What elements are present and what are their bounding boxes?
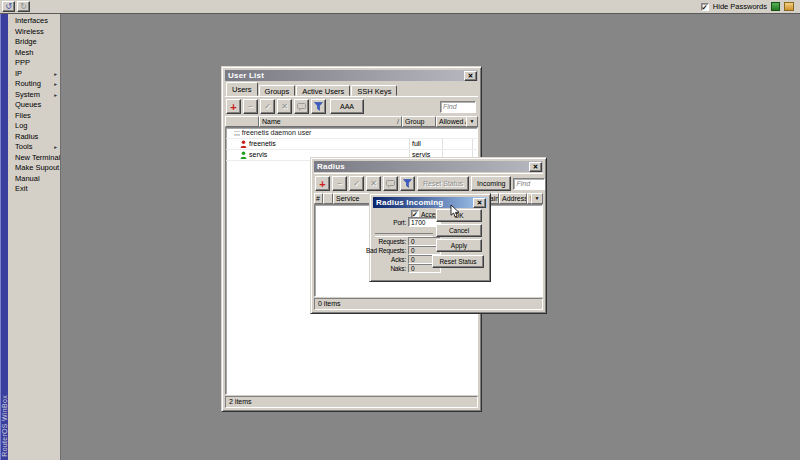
tab-users[interactable]: Users [226,82,258,96]
sidebar-item-label: IP [15,69,22,78]
sidebar-item-interfaces[interactable]: Interfaces [8,16,60,27]
green-square-icon[interactable] [771,2,780,11]
reset-status-toolbar-button[interactable]: Reset Status [417,176,469,191]
ok-button[interactable]: OK [436,209,482,222]
sidebar-item-exit[interactable]: Exit [8,184,60,195]
user-name: servis [249,150,267,160]
sidebar-item-routing[interactable]: ▸Routing [8,79,60,90]
accent-strip: RouterOS WinBox [0,13,8,460]
redo-button[interactable]: ↻ [17,1,30,12]
find-input[interactable] [440,101,476,113]
remove-button[interactable]: − [243,99,258,114]
column-header-number[interactable]: # [314,193,323,204]
sort-ascending-icon: / [397,117,399,126]
column-header-address[interactable]: Address [499,193,527,204]
user-list-titlebar[interactable]: User List ✕ [225,70,478,81]
enable-button[interactable]: ✓ [260,99,275,114]
sidebar-item-new-terminal[interactable]: New Terminal [8,153,60,164]
sidebar-item-bridge[interactable]: Bridge [8,37,60,48]
sidebar-item-label: Radius [15,132,38,141]
undo-button[interactable]: ↺ [2,1,15,12]
comment-button[interactable] [383,176,398,191]
submenu-arrow-icon: ▸ [54,69,57,80]
radius-titlebar[interactable]: Radius ✕ [314,161,543,172]
submenu-arrow-icon: ▸ [54,79,57,90]
filter-button[interactable] [311,99,326,114]
sidebar-item-label: Bridge [15,37,37,46]
close-button[interactable]: ✕ [464,71,477,81]
column-header-group[interactable]: Group [402,116,436,127]
sidebar-item-label: Queues [15,100,41,109]
user-icon [240,151,247,159]
user-list-toolbar: + − ✓ ✕ AAA [225,96,478,116]
column-select-dropdown[interactable]: ▼ [531,193,543,204]
sidebar-item-label: Mesh [15,48,33,57]
close-button[interactable]: ✕ [529,162,542,172]
column-header-gutter[interactable] [323,193,333,204]
comment-icon [297,103,306,111]
reset-status-button[interactable]: Reset Status [432,255,484,268]
radius-status: 0 items [314,298,543,310]
close-button[interactable]: ✕ [473,198,486,208]
column-header-gutter[interactable] [225,116,259,127]
tab-active-users[interactable]: Active Users [296,85,350,96]
sidebar-item-label: PPP [15,58,30,67]
table-row-comment[interactable]: ;;; freenetis daemon user [226,128,477,139]
orange-square-icon[interactable] [784,2,794,11]
tab-groups[interactable]: Groups [259,85,296,96]
radius-toolbar: + − ✓ ✕ Reset Status Incoming [314,173,543,193]
find-input[interactable] [513,178,545,190]
sidebar-item-system[interactable]: ▸System [8,90,60,101]
sidebar-item-manual[interactable]: Manual [8,174,60,185]
window-title: Radius Incoming [376,198,443,207]
radius-incoming-dialog: Radius Incoming ✕ ✓ Accept Port: Request… [369,193,491,282]
add-button[interactable]: + [315,176,330,191]
aaa-button[interactable]: AAA [330,99,364,114]
add-button[interactable]: + [226,99,241,114]
sidebar-item-ppp[interactable]: PPP [8,58,60,69]
disable-button[interactable]: ✕ [366,176,381,191]
apply-button[interactable]: Apply [436,239,482,252]
requests-label: Requests: [379,237,406,246]
user-allowed-address [443,139,473,149]
sidebar-item-make-supout-rif[interactable]: Make Supout.rif [8,163,60,174]
incoming-button[interactable]: Incoming [471,176,511,191]
sidebar-item-mesh[interactable]: Mesh [8,48,60,59]
submenu-arrow-icon: ▸ [54,142,57,153]
enable-button[interactable]: ✓ [349,176,364,191]
tab-ssh-keys[interactable]: SSH Keys [351,85,397,96]
remove-button[interactable]: − [332,176,347,191]
sidebar-item-label: Manual [15,174,40,183]
sidebar-item-radius[interactable]: Radius [8,132,60,143]
disable-button[interactable]: ✕ [277,99,292,114]
sidebar-item-label: Routing [15,79,41,88]
topbar-right-cluster: ✓ Hide Passwords [701,2,794,11]
winbox-screen: ↺ ↻ ✓ Hide Passwords RouterOS WinBox Int… [0,0,800,460]
user-name: freenetis [249,139,276,149]
top-toolbar: ↺ ↻ ✓ Hide Passwords [0,0,800,14]
submenu-arrow-icon: ▸ [54,90,57,101]
sidebar-item-queues[interactable]: Queues [8,100,60,111]
sidebar-item-tools[interactable]: ▸Tools [8,142,60,153]
sidebar-item-wireless[interactable]: Wireless [8,27,60,38]
comment-button[interactable] [294,99,309,114]
sidebar-item-label: System [15,90,40,99]
sidebar-item-ip[interactable]: ▸IP [8,69,60,80]
filter-button[interactable] [400,176,415,191]
user-list-table-header: Name / Group Allowed Addr... ▼ [225,116,478,127]
column-header-name[interactable]: Name / [259,116,402,127]
hide-passwords-checkbox[interactable]: ✓ [701,3,709,11]
table-row-freenetis[interactable]: freenetis full [226,139,477,150]
acks-label: Acks: [391,255,406,264]
sidebar-item-label: Exit [15,184,28,193]
cancel-button[interactable]: Cancel [436,224,482,237]
sidebar-item-label: Tools [15,142,33,151]
radius-incoming-titlebar[interactable]: Radius Incoming ✕ [373,197,487,208]
comment-text: ;;; freenetis daemon user [226,128,477,138]
undo-icon: ↺ [5,3,12,11]
column-select-dropdown[interactable]: ▼ [466,116,478,127]
sidebar-item-files[interactable]: Files [8,111,60,122]
main-menu-sidebar: Interfaces Wireless Bridge Mesh PPP ▸IP … [8,13,61,460]
hide-passwords-label: Hide Passwords [713,2,767,11]
sidebar-item-log[interactable]: Log [8,121,60,132]
